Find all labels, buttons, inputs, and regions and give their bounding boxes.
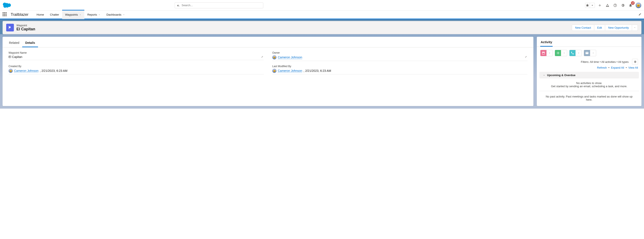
refresh-link[interactable]: Refresh xyxy=(597,66,607,69)
inline-edit-icon[interactable] xyxy=(261,55,264,59)
object-type-label: Waypoint xyxy=(16,24,35,27)
separator: • xyxy=(608,66,610,69)
record-tabs: Related Details xyxy=(2,39,534,48)
details-card: Related Details Waypoint Name El Capitan… xyxy=(2,37,534,106)
salesforce-logo[interactable] xyxy=(2,2,12,9)
object-meta: Waypoint El Capitan xyxy=(16,24,35,32)
field-owner: Owner 🐱 Cameron Johnson xyxy=(272,51,528,61)
notification-count-badge: 12 xyxy=(631,1,634,5)
field-label: Owner xyxy=(272,51,528,54)
field-value: 🐱 Cameron Johnson , 2/21/2023, 6:23 AM xyxy=(272,69,528,74)
new-opportunity-button[interactable]: New Opportunity xyxy=(605,25,632,31)
activity-tabs: Activity xyxy=(537,37,642,47)
field-text: El Capitan xyxy=(8,55,22,59)
tab-related[interactable]: Related xyxy=(6,39,22,47)
details-panel: Waypoint Name El Capitan Owner 🐱 Cameron… xyxy=(2,48,534,80)
nav-item-reports[interactable]: Reports xyxy=(84,11,104,19)
chevron-down-icon xyxy=(543,74,545,77)
record-title: El Capitan xyxy=(16,27,35,32)
search-input[interactable] xyxy=(182,4,261,7)
owner-link[interactable]: Cameron Johnson xyxy=(278,56,302,59)
setup-gear-icon[interactable] xyxy=(620,3,626,8)
owner-user-chip: 🐱 Cameron Johnson xyxy=(272,55,302,59)
field-last-modified-by: Last Modified By 🐱 Cameron Johnson , 2/2… xyxy=(272,65,528,74)
activity-toolbar xyxy=(537,47,642,56)
tab-details[interactable]: Details xyxy=(22,39,38,47)
upcoming-empty-state: No activities to show. Get started by se… xyxy=(539,78,639,91)
nav-item-label: Reports xyxy=(87,13,97,16)
favorites-menu-icon[interactable] xyxy=(590,3,595,8)
mini-avatar: 🐱 xyxy=(8,69,13,73)
createdby-timestamp: , 2/21/2023, 6:23 AM xyxy=(40,69,67,73)
activity-settings-icon[interactable] xyxy=(632,59,638,65)
log-call-group xyxy=(569,50,582,56)
header-actions: New Contact Edit New Opportunity xyxy=(572,25,638,31)
user-avatar[interactable]: 🐱 xyxy=(636,2,642,8)
more-actions-button[interactable] xyxy=(632,25,638,31)
nav-item-home[interactable]: Home xyxy=(34,11,47,19)
separator: • xyxy=(626,66,627,69)
field-value: El Capitan xyxy=(8,55,264,60)
nav-item-label: Home xyxy=(36,13,44,16)
trailhead-icon[interactable] xyxy=(605,3,610,8)
nav-edit-icon[interactable] xyxy=(638,13,642,17)
field-value: 🐱 Cameron Johnson , 2/21/2023, 6:23 AM xyxy=(8,69,264,74)
new-contact-button[interactable]: New Contact xyxy=(572,25,594,31)
chevron-down-icon[interactable] xyxy=(123,14,125,16)
new-task-menu[interactable] xyxy=(561,50,567,56)
nav-item-label: Waypoints xyxy=(65,13,78,16)
chevron-down-icon[interactable] xyxy=(98,14,100,16)
nav-item-dashboards[interactable]: Dashboards xyxy=(103,11,128,19)
modifiedby-link[interactable]: Cameron Johnson xyxy=(278,69,302,73)
send-email-group xyxy=(584,50,596,56)
new-task-group xyxy=(555,50,567,56)
header-utilities: 12 🐱 xyxy=(585,2,642,8)
global-search xyxy=(175,2,263,8)
chevron-down-icon[interactable] xyxy=(79,14,81,16)
favorite-star-icon[interactable] xyxy=(585,3,590,8)
view-all-link[interactable]: View All xyxy=(628,66,638,69)
nav-item-chatter[interactable]: Chatter xyxy=(47,11,62,19)
log-call-menu[interactable] xyxy=(576,50,582,56)
empty-line: Get started by sending an email, schedul… xyxy=(544,85,634,88)
log-call-icon[interactable] xyxy=(569,50,576,56)
field-label: Last Modified By xyxy=(272,65,528,68)
global-add-icon[interactable] xyxy=(597,3,602,8)
global-header: 12 🐱 xyxy=(0,0,644,11)
field-label: Waypoint Name xyxy=(8,51,264,54)
tab-activity[interactable]: Activity xyxy=(540,39,552,47)
nav-item-waypoints[interactable]: Waypoints xyxy=(62,10,84,19)
upcoming-overdue-header[interactable]: Upcoming & Overdue xyxy=(539,72,639,78)
search-box[interactable] xyxy=(175,2,263,8)
app-nav-bar: Trailblazer Home Chatter Waypoints Repor… xyxy=(0,11,644,19)
record-body: Related Details Waypoint Name El Capitan… xyxy=(0,34,644,109)
favorites-group xyxy=(585,3,595,8)
field-created-by: Created By 🐱 Cameron Johnson , 2/21/2023… xyxy=(8,65,264,74)
edit-button[interactable]: Edit xyxy=(594,25,605,31)
field-value: 🐱 Cameron Johnson xyxy=(272,55,528,61)
send-email-menu[interactable] xyxy=(590,50,596,56)
record-home-band: Waypoint El Capitan New Contact Edit New… xyxy=(0,19,644,109)
new-event-icon[interactable] xyxy=(540,50,547,56)
new-event-menu[interactable] xyxy=(547,50,552,56)
page-header: Waypoint El Capitan New Contact Edit New… xyxy=(2,21,642,34)
notifications-icon[interactable]: 12 xyxy=(628,3,633,8)
app-name: Trailblazer xyxy=(11,13,28,17)
help-icon[interactable] xyxy=(612,3,618,8)
app-launcher-icon[interactable] xyxy=(2,12,8,17)
section-title: Upcoming & Overdue xyxy=(547,74,576,77)
nav-item-label: Chatter xyxy=(50,13,59,16)
nav-items: Home Chatter Waypoints Reports Dashboard… xyxy=(34,11,128,19)
new-task-icon[interactable] xyxy=(555,50,561,56)
send-email-icon[interactable] xyxy=(584,50,590,56)
mini-avatar: 🐱 xyxy=(272,69,276,73)
activity-filter-text: Filters: All time • All activities • All… xyxy=(581,60,629,64)
modifiedby-timestamp: , 2/21/2023, 6:23 AM xyxy=(304,69,331,73)
mini-avatar: 🐱 xyxy=(272,55,276,59)
expand-all-link[interactable]: Expand All xyxy=(611,66,624,69)
search-icon xyxy=(177,4,180,7)
nav-item-label: Dashboards xyxy=(106,13,121,16)
createdby-link[interactable]: Cameron Johnson xyxy=(14,69,38,73)
inline-edit-icon[interactable] xyxy=(525,55,528,59)
field-label: Created By xyxy=(8,65,264,68)
